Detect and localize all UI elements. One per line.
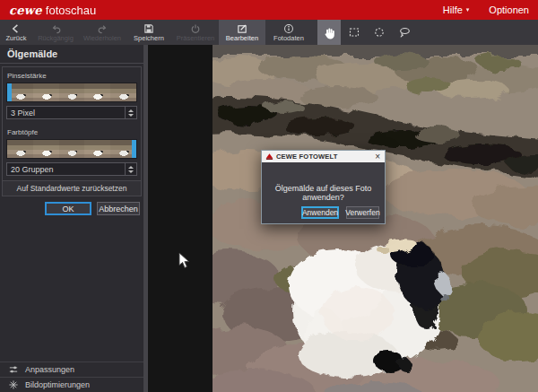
save-icon (143, 23, 154, 34)
present-button[interactable]: Präsentieren (172, 20, 219, 45)
filter-settings-group: Pinselstärke 3 Pixel Farbtöpfe (2, 66, 142, 181)
section-anpassungen[interactable]: Anpassungen (0, 362, 143, 377)
ok-button[interactable]: OK (45, 202, 91, 215)
lasso-icon (398, 26, 412, 39)
ellipse-select-tool-button[interactable] (368, 20, 391, 45)
spin-down-icon[interactable] (128, 114, 134, 117)
spinner-arrows[interactable] (125, 107, 136, 118)
close-icon[interactable]: × (375, 152, 381, 161)
section-bildoptimierungen[interactable]: Bildoptimierungen (0, 377, 143, 392)
spinner-arrows[interactable] (125, 163, 136, 175)
dialog-message: Ölgemälde auf dieses Foto anwenden? (262, 184, 385, 202)
menu-hilfe[interactable]: Hilfe ▾ (443, 4, 470, 15)
ellipse-select-icon (373, 26, 386, 39)
undo-button[interactable]: Rückgängig (32, 20, 79, 45)
slider-preview-tile (33, 140, 59, 158)
color-pots-spinbox[interactable]: 20 Gruppen (6, 162, 137, 176)
slider-preview-tile (110, 83, 136, 101)
panel-title: Ölgemälde (0, 45, 143, 64)
color-pots-label: Farbtöpfe (7, 128, 137, 136)
dialog-title: CEWE FOTOWELT (276, 152, 372, 161)
slider-handle[interactable] (7, 83, 12, 101)
apply-button[interactable]: Anwenden (301, 206, 339, 219)
slider-handle[interactable] (132, 140, 136, 158)
brush-size-value: 3 Pixel (7, 109, 125, 118)
dialog-body: Ölgemälde auf dieses Foto anwenden? Anwe… (262, 162, 385, 223)
back-button[interactable]: Zurück (0, 20, 32, 45)
discard-button[interactable]: Verwerfen (346, 206, 379, 219)
color-pots-slider[interactable] (6, 139, 137, 159)
spin-up-icon[interactable] (128, 166, 134, 169)
app-header: cewe fotoschau Hilfe ▾ Optionen (0, 0, 538, 20)
brush-size-spinbox[interactable]: 3 Pixel (6, 106, 137, 119)
brush-size-slider[interactable] (6, 83, 137, 102)
canvas-background (148, 45, 213, 392)
power-icon (190, 23, 201, 34)
chevron-down-icon: ▾ (466, 6, 470, 13)
dialog-titlebar[interactable]: CEWE FOTOWELT × (262, 151, 385, 162)
back-icon (11, 23, 22, 34)
slider-preview-tile (59, 140, 85, 158)
slider-preview-tile (84, 83, 110, 101)
toolbar: Zurück Rückgängig Wiederholen Speichern … (0, 20, 538, 45)
brush-size-label: Pinselstärke (7, 72, 137, 80)
spin-up-icon[interactable] (128, 109, 134, 112)
brand-logo: cewe (9, 4, 42, 17)
undo-icon (50, 23, 62, 34)
slider-preview-tile (33, 83, 59, 101)
redo-button[interactable]: Wiederholen (79, 20, 126, 45)
cancel-button[interactable]: Abbrechen (97, 202, 140, 215)
filter-panel: Ölgemälde Pinselstärke 3 Pixel Farbtöpfe (0, 45, 143, 392)
redo-icon (97, 23, 108, 34)
slider-preview-tile (59, 83, 85, 101)
spin-down-icon[interactable] (128, 170, 134, 173)
tune-icon (8, 364, 19, 375)
info-icon (283, 23, 294, 34)
save-button[interactable]: Speichern (126, 20, 172, 45)
lasso-tool-button[interactable] (393, 20, 416, 45)
color-pots-value: 20 Gruppen (7, 165, 125, 174)
rect-select-tool-button[interactable] (343, 20, 366, 45)
menu-optionen[interactable]: Optionen (489, 4, 529, 15)
photo-data-button[interactable]: Fotodaten (265, 20, 312, 45)
slider-preview-tile (84, 140, 110, 158)
tool-group (317, 20, 416, 45)
sparkle-icon (8, 379, 19, 390)
hand-tool-button[interactable] (317, 20, 341, 45)
cewe-logo-icon (265, 152, 273, 161)
slider-preview-tile (7, 140, 33, 158)
app-window: cewe fotoschau Hilfe ▾ Optionen Zurück R… (0, 0, 538, 392)
dialog-buttons: Anwenden Verwerfen (301, 206, 379, 219)
confirm-dialog: CEWE FOTOWELT × Ölgemälde auf dieses Fot… (261, 150, 386, 224)
panel-sections: Anpassungen Bildoptimierungen (0, 362, 143, 392)
rect-select-icon (348, 26, 360, 39)
confirm-row: OK Abbrechen (0, 196, 143, 215)
hand-icon (323, 26, 335, 39)
product-name: fotoschau (46, 4, 96, 17)
edit-mode-button[interactable]: Bearbeiten (219, 20, 265, 45)
reset-defaults-button[interactable]: Auf Standardwerte zurücksetzen (2, 180, 142, 196)
edit-icon (237, 23, 247, 34)
